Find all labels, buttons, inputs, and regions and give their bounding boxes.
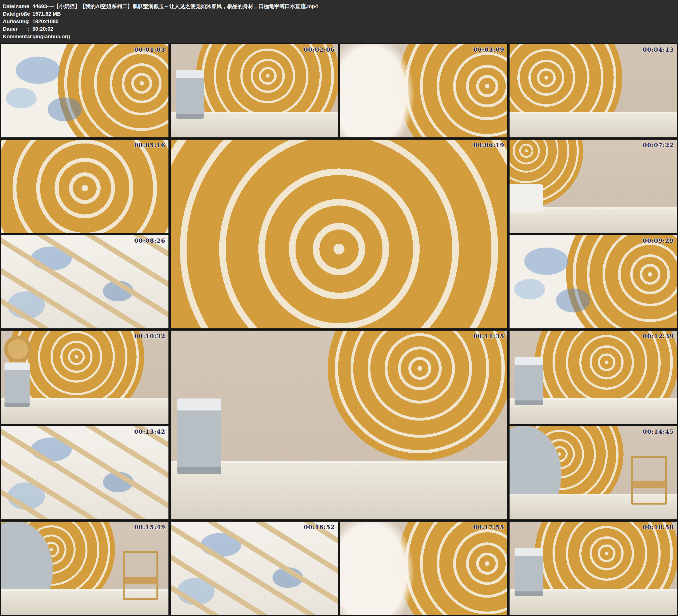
video-thumbnail: 00:16:52 bbox=[171, 522, 338, 615]
timestamp-label: 00:07:22 bbox=[643, 142, 674, 149]
video-thumbnail: 00:04:13 bbox=[510, 44, 677, 138]
field-label: Dateiname bbox=[3, 2, 27, 10]
field-separator: : bbox=[27, 25, 32, 33]
timestamp-label: 00:03:09 bbox=[473, 46, 504, 53]
timestamp-label: 00:09:29 bbox=[643, 237, 674, 244]
timestamp-label: 00:13:42 bbox=[135, 428, 165, 435]
timestamp-label: 00:15:49 bbox=[135, 524, 165, 531]
timestamp-label: 00:08:26 bbox=[135, 237, 165, 244]
video-thumbnail: 00:09:29 bbox=[510, 235, 677, 329]
field-label: Dauer bbox=[3, 25, 27, 33]
video-thumbnail: 00:12:39 bbox=[510, 331, 677, 424]
video-thumbnail: 00:03:09 bbox=[340, 44, 507, 138]
comment-value: qinglanhua.org bbox=[32, 33, 675, 40]
video-thumbnail: 00:13:42 bbox=[1, 426, 168, 519]
timestamp-label: 00:10:32 bbox=[135, 333, 165, 340]
metadata-row-filename: Dateiname : 44693----【小奶猫】【我的AI空姐系列二】肌肤莹… bbox=[3, 2, 675, 10]
field-label: Auflösung bbox=[3, 17, 27, 25]
video-thumbnail: 00:08:26 bbox=[1, 235, 168, 329]
timestamp-label: 00:16:52 bbox=[304, 524, 335, 531]
video-thumbnail: 00:18:58 bbox=[510, 522, 677, 615]
video-thumbnail: 00:07:22 bbox=[510, 140, 677, 233]
video-thumbnail: 00:15:49 bbox=[1, 522, 168, 615]
duration-value: 00:20:02 bbox=[32, 25, 675, 33]
field-separator: : bbox=[27, 2, 32, 10]
video-thumbnail-large: 00:06:19 bbox=[171, 140, 507, 329]
video-thumbnail: 00:05:16 bbox=[1, 140, 168, 233]
timestamp-label: 00:05:16 bbox=[135, 142, 165, 149]
video-thumbnail: 00:01:03 bbox=[1, 44, 168, 138]
timestamp-label: 00:02:06 bbox=[304, 46, 335, 53]
video-thumbnail: 00:14:45 bbox=[510, 426, 677, 519]
video-thumbnail: 00:10:32 bbox=[1, 331, 168, 424]
timestamp-label: 00:06:19 bbox=[473, 142, 504, 149]
timestamp-label: 00:04:13 bbox=[643, 46, 674, 53]
metadata-row-resolution: Auflösung : 1920x1080 bbox=[3, 17, 675, 25]
timestamp-label: 00:11:35 bbox=[473, 333, 504, 340]
timestamp-label: 00:17:55 bbox=[473, 524, 504, 531]
field-label: Dateigröße bbox=[3, 10, 27, 17]
field-separator: : bbox=[27, 10, 32, 17]
video-thumbnail: 00:17:55 bbox=[340, 522, 507, 615]
timestamp-label: 00:12:39 bbox=[643, 333, 674, 340]
timestamp-label: 00:01:03 bbox=[135, 46, 165, 53]
timestamp-label: 00:18:58 bbox=[643, 524, 674, 531]
metadata-row-filesize: Dateigröße : 1571.82 MB bbox=[3, 10, 675, 17]
field-separator: : bbox=[27, 17, 32, 25]
video-thumbnail-large: 00:11:35 bbox=[171, 331, 507, 519]
filesize-value: 1571.82 MB bbox=[32, 10, 675, 17]
thumbnail-grid: 00:01:03 00:02:06 00:03:09 00:04:13 00:0… bbox=[0, 43, 678, 616]
resolution-value: 1920x1080 bbox=[32, 17, 675, 25]
file-info-header: Dateiname : 44693----【小奶猫】【我的AI空姐系列二】肌肤莹… bbox=[0, 0, 678, 43]
video-thumbnail: 00:02:06 bbox=[171, 44, 338, 138]
field-label: Kommentar bbox=[3, 33, 27, 40]
timestamp-label: 00:14:45 bbox=[643, 428, 674, 435]
filename-value: 44693----【小奶猫】【我的AI空姐系列二】肌肤莹润似玉～让人见之便觉如沐… bbox=[32, 2, 675, 10]
metadata-row-duration: Dauer : 00:20:02 bbox=[3, 25, 675, 33]
field-separator: : bbox=[27, 33, 32, 40]
metadata-row-comment: Kommentar : qinglanhua.org bbox=[3, 33, 675, 40]
